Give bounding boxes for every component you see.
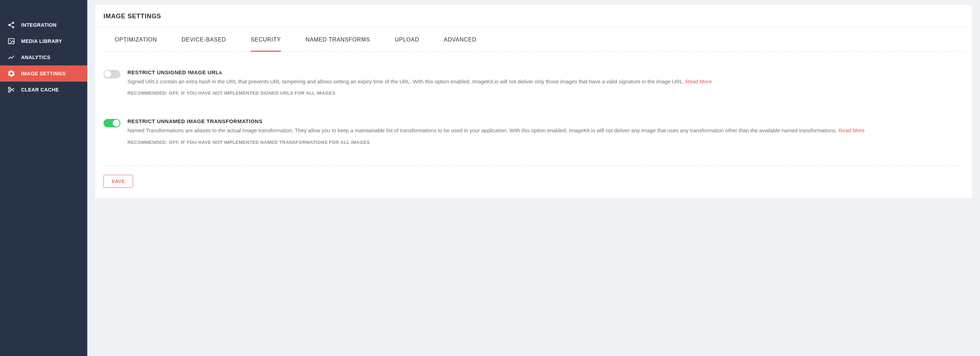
sidebar-item-label: MEDIA LIBRARY	[21, 38, 62, 44]
toggle-knob	[104, 71, 111, 78]
svg-point-1	[8, 24, 11, 26]
setting-title: RESTRICT UNSIGNED IMAGE URLs	[127, 69, 964, 75]
setting-recommended: RECOMMENDED: OFF, IF YOU HAVE NOT IMPLEM…	[127, 140, 964, 145]
tab-security[interactable]: SECURITY	[251, 27, 281, 52]
svg-point-2	[12, 26, 14, 29]
svg-point-0	[12, 22, 14, 24]
panel-title: IMAGE SETTINGS	[103, 13, 964, 20]
sidebar-item-clear-cache[interactable]: CLEAR CACHE	[0, 82, 87, 98]
read-more-link[interactable]: Read More	[838, 127, 865, 134]
tab-optimization[interactable]: OPTIMIZATION	[115, 27, 157, 52]
tab-upload[interactable]: UPLOAD	[395, 27, 419, 52]
sidebar-item-label: ANALYTICS	[21, 54, 50, 60]
toggle-restrict-unsigned-urls[interactable]	[103, 70, 120, 78]
toggle-knob	[113, 119, 120, 127]
setting-description: Signed URLs contain an extra hash in the…	[127, 77, 964, 86]
tab-device-based[interactable]: DEVICE-BASED	[181, 27, 226, 52]
sidebar-item-analytics[interactable]: ANALYTICS	[0, 49, 87, 65]
share-icon	[7, 21, 16, 29]
tab-advanced[interactable]: ADVANCED	[444, 27, 477, 52]
save-button[interactable]: SAVE	[103, 175, 133, 188]
sidebar-item-integration[interactable]: INTEGRATION	[0, 17, 87, 33]
settings-panel: IMAGE SETTINGS OPTIMIZATION DEVICE-BASED…	[95, 5, 972, 199]
setting-recommended: RECOMMENDED: OFF, IF YOU HAVE NOT IMPLEM…	[127, 91, 964, 96]
sidebar-item-label: IMAGE SETTINGS	[21, 71, 66, 76]
sidebar-item-label: CLEAR CACHE	[21, 87, 59, 92]
setting-description: Named Transformations are aliases to the…	[127, 126, 964, 134]
scissors-icon	[7, 86, 16, 94]
read-more-link[interactable]: Read More	[686, 78, 712, 84]
tab-named-transforms[interactable]: NAMED TRANSFORMS	[305, 27, 370, 52]
panel-header: IMAGE SETTINGS	[95, 5, 972, 27]
gear-icon	[7, 69, 16, 78]
setting-content: RESTRICT UNSIGNED IMAGE URLs Signed URLs…	[127, 69, 964, 96]
toggle-restrict-unnamed-transformations[interactable]	[103, 119, 120, 127]
tabs: OPTIMIZATION DEVICE-BASED SECURITY NAMED…	[103, 27, 964, 52]
setting-restrict-unnamed-transformations: RESTRICT UNNAMED IMAGE TRANSFORMATIONS N…	[103, 113, 964, 162]
svg-point-4	[10, 40, 11, 41]
setting-title: RESTRICT UNNAMED IMAGE TRANSFORMATIONS	[127, 118, 964, 124]
setting-content: RESTRICT UNNAMED IMAGE TRANSFORMATIONS N…	[127, 118, 964, 145]
setting-restrict-unsigned-urls: RESTRICT UNSIGNED IMAGE URLs Signed URLs…	[103, 64, 964, 113]
settings-list: RESTRICT UNSIGNED IMAGE URLs Signed URLs…	[95, 52, 972, 165]
sidebar-item-image-settings[interactable]: IMAGE SETTINGS	[0, 65, 87, 82]
sidebar-item-media-library[interactable]: MEDIA LIBRARY	[0, 33, 87, 49]
image-icon	[7, 37, 16, 45]
save-row: SAVE	[103, 165, 964, 199]
main-content: IMAGE SETTINGS OPTIMIZATION DEVICE-BASED…	[87, 0, 980, 356]
chart-icon	[7, 53, 16, 62]
sidebar-item-label: INTEGRATION	[21, 22, 57, 28]
sidebar: INTEGRATION MEDIA LIBRARY ANALYTICS IMAG…	[0, 0, 87, 356]
